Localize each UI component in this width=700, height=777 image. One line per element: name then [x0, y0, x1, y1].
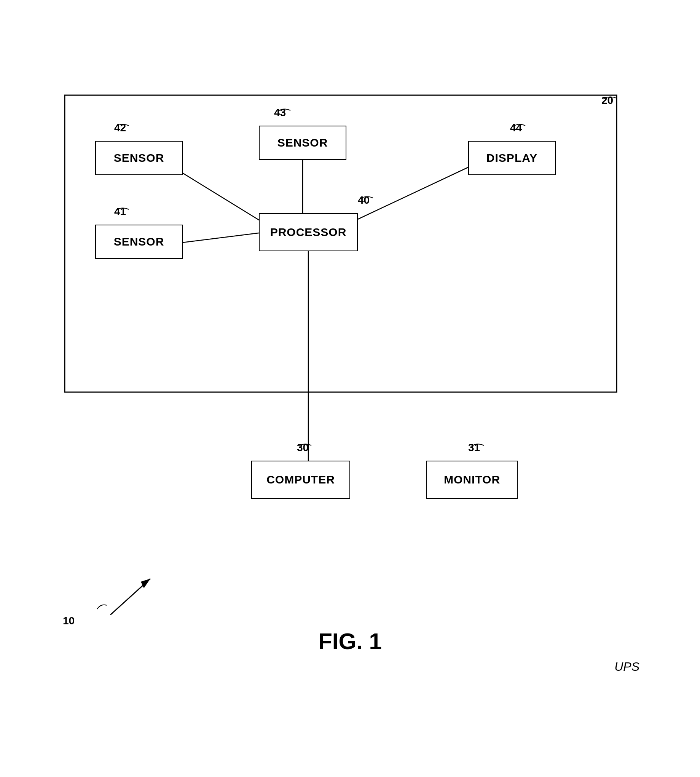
ref-31: 31 — [468, 442, 480, 454]
diagram-container: UPS 20 42 43 44 41 40 30 31 10 SENSOR SE… — [46, 76, 655, 685]
ref-43: 43 — [274, 107, 286, 119]
processor-40-box: PROCESSOR — [259, 213, 358, 251]
ref-10: 10 — [63, 615, 75, 627]
monitor-31-label: MONITOR — [444, 473, 500, 486]
ref-44: 44 — [510, 122, 522, 134]
svg-line-6 — [110, 579, 150, 615]
display-44-label: DISPLAY — [487, 152, 537, 165]
sensor-41-label: SENSOR — [114, 235, 165, 248]
sensor-43-label: SENSOR — [277, 136, 328, 149]
computer-30-label: COMPUTER — [267, 473, 335, 486]
ref-20: 20 — [602, 94, 613, 107]
svg-line-1 — [183, 233, 259, 242]
ref-42: 42 — [114, 122, 126, 134]
ref-40: 40 — [358, 194, 370, 206]
display-44-box: DISPLAY — [468, 141, 556, 175]
sensor-43-box: SENSOR — [259, 126, 347, 160]
sensor-41-box: SENSOR — [95, 225, 183, 259]
sensor-42-box: SENSOR — [95, 141, 183, 175]
processor-40-label: PROCESSOR — [270, 226, 347, 239]
ref-41: 41 — [114, 205, 126, 218]
ref-30: 30 — [297, 442, 309, 454]
figure-caption: FIG. 1 — [0, 628, 700, 654]
computer-30-box: COMPUTER — [251, 461, 350, 499]
ups-label: UPS — [614, 660, 640, 674]
svg-marker-7 — [141, 579, 150, 588]
sensor-42-label: SENSOR — [114, 152, 165, 165]
monitor-31-box: MONITOR — [426, 461, 518, 499]
